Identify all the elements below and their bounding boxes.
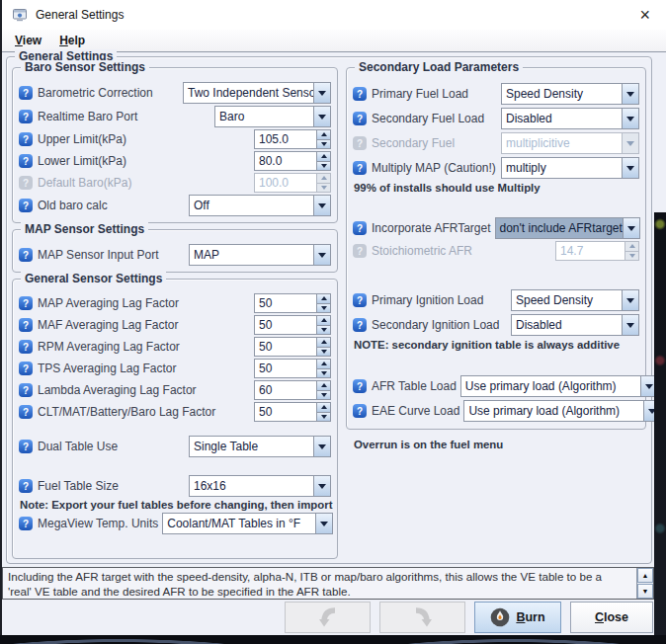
field-label: RPM Averaging Lag Factor	[38, 340, 180, 354]
chevron-down-icon[interactable]	[313, 83, 330, 103]
help-icon[interactable]: ?	[353, 379, 367, 393]
help-icon[interactable]: ?	[19, 362, 33, 375]
spinner-up-icon[interactable]	[317, 316, 330, 326]
maf-lag-spinner[interactable]: 50	[254, 315, 331, 335]
menu-view[interactable]: View	[8, 32, 48, 49]
old-baro-calc-select[interactable]: Off	[189, 195, 331, 216]
help-icon[interactable]: ?	[353, 221, 367, 235]
spinner-up-icon[interactable]	[317, 360, 330, 369]
help-icon[interactable]: ?	[19, 340, 33, 354]
megaview-units-select[interactable]: Coolant/MAT Tables in °F	[162, 513, 333, 534]
clt-lag-spinner[interactable]: 50	[254, 402, 331, 422]
help-icon[interactable]: ?	[19, 318, 33, 332]
tps-lag-spinner[interactable]: 50	[254, 359, 331, 378]
map-input-port-select[interactable]: MAP	[189, 244, 331, 266]
help-icon[interactable]: ?	[19, 86, 33, 100]
chevron-down-icon[interactable]	[622, 84, 638, 104]
help-icon[interactable]: ?	[353, 318, 367, 332]
spinner-up-icon[interactable]	[317, 294, 330, 304]
redo-button[interactable]	[379, 602, 465, 633]
spinner-up-icon[interactable]	[317, 130, 330, 140]
spinner-up-icon	[625, 242, 638, 252]
help-icon[interactable]: ?	[19, 199, 33, 212]
chevron-down-icon[interactable]	[313, 196, 330, 215]
help-icon[interactable]: ?	[353, 112, 367, 125]
help-icon[interactable]: ?	[19, 110, 33, 123]
burn-button[interactable]: Burn	[474, 602, 561, 633]
close-button[interactable]: Close	[570, 602, 653, 633]
spinner-up-icon[interactable]	[317, 338, 330, 348]
lambda-lag-spinner[interactable]: 60	[254, 380, 331, 400]
chevron-down-icon[interactable]	[622, 290, 638, 310]
spinner-down-icon[interactable]	[317, 348, 330, 357]
spinner-down-icon[interactable]	[317, 391, 330, 400]
afr-table-load-select[interactable]: Use primary load (Algorithm)	[460, 375, 658, 397]
field-label: Fuel Table Size	[38, 479, 119, 493]
realtime-baro-port-select[interactable]: Baro	[214, 106, 331, 127]
spinner-up-icon[interactable]	[317, 152, 330, 162]
spinner-down-icon[interactable]	[317, 140, 330, 149]
field-label: AFR Table Load	[372, 379, 457, 393]
rpm-lag-spinner[interactable]: 50	[254, 337, 331, 357]
spinner-down-icon[interactable]	[317, 326, 330, 335]
help-icon[interactable]: ?	[19, 296, 33, 310]
spinner-down-icon[interactable]	[317, 304, 330, 313]
help-icon[interactable]: ?	[19, 440, 33, 453]
lower-limit-spinner[interactable]: 80.0	[254, 151, 331, 171]
eae-curve-load-select[interactable]: Use primary load (Algorithm)	[463, 400, 661, 422]
chevron-down-icon[interactable]	[313, 437, 330, 456]
group-title: MAP Sensor Settings	[21, 222, 148, 236]
row-realtime-baro-port: ? Realtime Baro Port Baro	[19, 106, 331, 127]
field-label: MAP Averaging Lag Factor	[38, 296, 179, 310]
scroll-up-icon[interactable]: ▲	[637, 568, 653, 583]
help-icon[interactable]: ?	[19, 383, 33, 397]
fuel-table-size-select[interactable]: 16x16	[189, 475, 331, 497]
field-label: Multiply MAP (Caution!)	[372, 161, 496, 175]
spinner-down-icon[interactable]	[317, 369, 330, 378]
note-export-tables: Note: Export your fuel tables before cha…	[19, 499, 331, 511]
chevron-down-icon[interactable]	[313, 476, 330, 496]
chevron-down-icon[interactable]	[313, 107, 330, 126]
row-secondary-ignition-load: ? Secondary Ignition Load Disabled	[353, 314, 639, 336]
primary-ignition-load-select[interactable]: Speed Density	[511, 289, 639, 311]
map-lag-spinner[interactable]: 50	[254, 293, 331, 313]
barometric-correction-select[interactable]: Two Independent Sensors	[183, 82, 331, 104]
upper-limit-spinner[interactable]: 105.0	[254, 129, 331, 149]
scroll-down-icon[interactable]: ▼	[637, 584, 653, 599]
background-right-strip	[654, 212, 666, 635]
chevron-down-icon[interactable]	[315, 514, 332, 533]
spinner-down-icon[interactable]	[317, 413, 330, 422]
help-icon[interactable]: ?	[353, 293, 367, 307]
help-icon[interactable]: ?	[19, 405, 33, 419]
button-bar: Burn Close	[2, 600, 666, 635]
spinner-down-icon[interactable]	[317, 162, 330, 171]
chevron-down-icon[interactable]	[313, 245, 330, 265]
description-scrollbar[interactable]: ▲ ▼	[636, 568, 653, 599]
group-title: General Sensor Settings	[21, 272, 166, 285]
row-primary-ignition-load: ? Primary Ignition Load Speed Density	[353, 289, 639, 311]
spinner-up-icon[interactable]	[317, 403, 330, 413]
dual-table-select[interactable]: Single Table	[189, 436, 331, 457]
help-icon[interactable]: ?	[19, 479, 33, 493]
chevron-down-icon[interactable]	[622, 158, 638, 178]
menu-help[interactable]: Help	[52, 32, 92, 49]
help-icon[interactable]: ?	[19, 248, 33, 262]
chevron-down-icon[interactable]	[622, 315, 638, 335]
field-label: TPS Averaging Lag Factor	[38, 362, 177, 375]
chevron-down-icon[interactable]	[622, 109, 638, 128]
help-icon[interactable]: ?	[19, 517, 33, 530]
primary-fuel-load-select[interactable]: Speed Density	[501, 83, 639, 105]
secondary-fuel-load-select[interactable]: Disabled	[501, 108, 639, 129]
help-icon[interactable]: ?	[19, 154, 33, 168]
close-icon[interactable]: ×	[633, 6, 656, 24]
help-icon[interactable]: ?	[353, 161, 367, 175]
help-icon[interactable]: ?	[353, 404, 367, 418]
help-icon[interactable]: ?	[353, 87, 367, 101]
incorporate-afrtarget-select[interactable]: don't include AFRtarget	[495, 217, 640, 239]
multiply-map-select[interactable]: multiply	[501, 157, 639, 179]
help-icon[interactable]: ?	[19, 132, 33, 146]
spinner-up-icon[interactable]	[317, 381, 330, 391]
undo-button[interactable]	[285, 602, 371, 633]
secondary-ignition-load-select[interactable]: Disabled	[511, 314, 639, 336]
chevron-down-icon[interactable]	[623, 218, 639, 238]
